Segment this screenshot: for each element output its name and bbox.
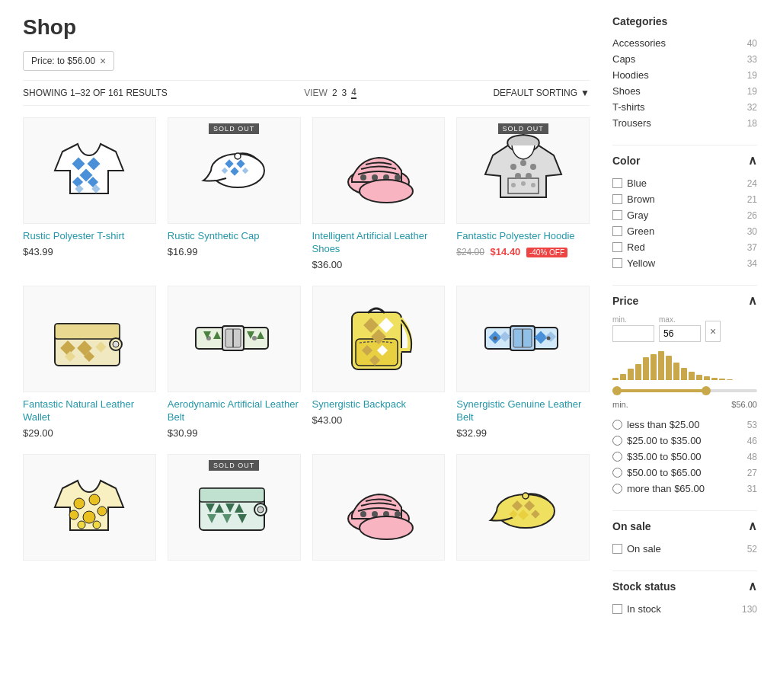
product-card-7[interactable]: Synergistic Backpack $43.00 <box>312 286 446 439</box>
product-name-7: Synergistic Backpack <box>312 398 446 411</box>
color-label[interactable]: Yellow34 <box>612 257 757 269</box>
on-sale-toggle[interactable]: ∧ <box>748 519 757 533</box>
price-range-radio[interactable] <box>612 420 622 430</box>
color-label[interactable]: Gray26 <box>612 209 757 221</box>
color-name: Brown <box>627 193 655 205</box>
view-4[interactable]: 4 <box>351 87 356 99</box>
price-range-count: 53 <box>747 420 757 430</box>
colors-list: Blue24Brown21Gray26Green30Red37Yellow34 <box>612 175 757 271</box>
price-range-label[interactable]: more than $65.0031 <box>612 483 757 494</box>
product-card-6[interactable]: Aerodynamic Artificial Leather Belt $30.… <box>168 286 301 439</box>
view-label: VIEW <box>304 88 328 98</box>
color-checkbox[interactable] <box>612 242 622 252</box>
category-item-trousers[interactable]: Trousers18 <box>612 115 757 131</box>
price-toggle[interactable]: ∧ <box>748 293 757 308</box>
category-item-accessories[interactable]: Accessories40 <box>612 35 757 51</box>
slider-thumb-left[interactable] <box>612 386 622 395</box>
color-name: Red <box>627 241 645 253</box>
category-item-shoes[interactable]: Shoes19 <box>612 83 757 99</box>
price-range-radio[interactable] <box>612 484 622 494</box>
product-price-2: $16.99 <box>168 246 301 257</box>
category-item-caps[interactable]: Caps33 <box>612 51 757 67</box>
price-range-item-4[interactable]: more than $65.0031 <box>612 481 757 497</box>
in-stock-count: 130 <box>742 604 757 615</box>
product-card-1[interactable]: Rustic Polyester T-shirt $43.99 <box>23 117 156 270</box>
color-label[interactable]: Red37 <box>612 241 757 253</box>
price-range-label[interactable]: $50.00 to $65.0027 <box>612 467 757 478</box>
color-label[interactable]: Blue24 <box>612 177 757 189</box>
product-card-5[interactable]: Fantastic Natural Leather Wallet $29.00 <box>23 286 156 439</box>
on-sale-item[interactable]: On sale 52 <box>612 541 757 557</box>
price-range-radio[interactable] <box>612 452 622 462</box>
in-stock-checkbox[interactable] <box>612 604 622 614</box>
product-card-11[interactable] <box>312 454 446 567</box>
color-section: Color ∧ Blue24Brown21Gray26Green30Red37Y… <box>612 153 757 271</box>
color-item-brown[interactable]: Brown21 <box>612 191 757 207</box>
color-checkbox[interactable] <box>612 178 622 188</box>
price-range-item-0[interactable]: less than $25.0053 <box>612 417 757 433</box>
color-item-green[interactable]: Green30 <box>612 223 757 239</box>
in-stock-label[interactable]: In stock 130 <box>612 603 757 615</box>
categories-list: Accessories40Caps33Hoodies19Shoes19T-shi… <box>612 35 757 131</box>
stock-toggle[interactable]: ∧ <box>748 579 757 593</box>
product-card-2[interactable]: SOLD OUT Rustic Sy <box>168 117 301 270</box>
color-item-yellow[interactable]: Yellow34 <box>612 255 757 271</box>
on-sale-checkbox[interactable] <box>612 544 622 554</box>
price-range-max: $56.00 <box>731 400 757 409</box>
price-range-radio[interactable] <box>612 436 622 446</box>
product-card-8[interactable]: Synergistic Genuine Leather Belt $32.99 <box>456 286 590 439</box>
product-card-10[interactable]: SOLD OUT <box>168 454 301 567</box>
min-input[interactable] <box>612 325 654 342</box>
svg-point-70 <box>78 521 85 529</box>
product-card-9[interactable] <box>23 454 156 567</box>
svg-point-16 <box>372 174 378 181</box>
stock-title: Stock status ∧ <box>612 579 757 593</box>
view-3[interactable]: 3 <box>342 88 347 98</box>
color-label[interactable]: Brown21 <box>612 193 757 205</box>
color-checkbox[interactable] <box>612 226 622 236</box>
price-clear-button[interactable]: × <box>705 321 721 342</box>
svg-point-42 <box>252 336 257 340</box>
color-item-blue[interactable]: Blue24 <box>612 175 757 191</box>
price-range-label[interactable]: $35.00 to $50.0048 <box>612 451 757 462</box>
category-item-hoodies[interactable]: Hoodies19 <box>612 67 757 83</box>
on-sale-text: On sale <box>627 543 661 555</box>
price-range-label[interactable]: less than $25.0053 <box>612 419 757 430</box>
view-2[interactable]: 2 <box>332 88 337 98</box>
product-image-2: SOLD OUT <box>168 117 301 224</box>
price-slider[interactable] <box>612 385 757 397</box>
cat-name: T-shirts <box>612 101 645 113</box>
color-checkbox[interactable] <box>612 258 622 268</box>
color-item-red[interactable]: Red37 <box>612 239 757 255</box>
product-card-4[interactable]: SOLD OUT <box>456 117 590 270</box>
sold-out-badge-2: SOLD OUT <box>209 123 259 134</box>
filter-tag-close[interactable]: × <box>100 55 106 67</box>
color-checkbox[interactable] <box>612 194 622 204</box>
product-card-3[interactable]: Intelligent Artificial Leather Shoes $36… <box>312 117 446 270</box>
category-item-t-shirts[interactable]: T-shirts32 <box>612 99 757 115</box>
cat-name: Shoes <box>612 85 641 97</box>
in-stock-item[interactable]: In stock 130 <box>612 601 757 617</box>
price-histogram <box>612 350 757 380</box>
price-range-radio[interactable] <box>612 468 622 478</box>
color-label[interactable]: Green30 <box>612 225 757 237</box>
min-label: min. <box>612 315 654 324</box>
svg-point-63 <box>493 336 497 340</box>
color-checkbox[interactable] <box>612 210 622 220</box>
on-sale-section: On sale ∧ On sale 52 <box>612 519 757 557</box>
price-range-label[interactable]: $25.00 to $35.0046 <box>612 435 757 446</box>
cat-count: 32 <box>747 102 757 113</box>
histogram-bar <box>704 376 710 380</box>
svg-point-69 <box>98 507 107 516</box>
price-range-item-2[interactable]: $35.00 to $50.0048 <box>612 449 757 465</box>
slider-thumb-right[interactable] <box>702 386 711 395</box>
max-input[interactable] <box>659 325 701 342</box>
color-toggle[interactable]: ∧ <box>748 153 757 168</box>
price-range-item-1[interactable]: $25.00 to $35.0046 <box>612 433 757 449</box>
product-card-12[interactable] <box>456 454 590 567</box>
svg-point-23 <box>515 173 521 179</box>
on-sale-label[interactable]: On sale 52 <box>612 543 757 555</box>
price-range-item-3[interactable]: $50.00 to $65.0027 <box>612 465 757 481</box>
color-item-gray[interactable]: Gray26 <box>612 207 757 223</box>
product-image-10: SOLD OUT <box>168 454 301 561</box>
